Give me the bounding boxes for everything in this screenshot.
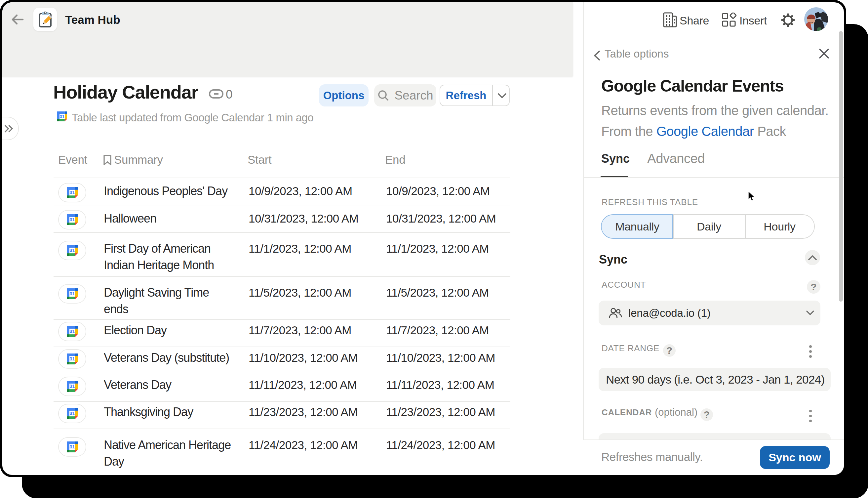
svg-text:31: 31 xyxy=(70,190,75,195)
svg-text:31: 31 xyxy=(70,383,75,389)
svg-text:31: 31 xyxy=(70,217,75,222)
svg-text:31: 31 xyxy=(70,411,75,416)
svg-text:31: 31 xyxy=(70,329,75,334)
svg-text:31: 31 xyxy=(60,114,65,119)
svg-text:31: 31 xyxy=(70,291,75,296)
svg-text:31: 31 xyxy=(70,248,75,253)
svg-text:31: 31 xyxy=(70,356,75,362)
svg-text:31: 31 xyxy=(70,444,75,449)
